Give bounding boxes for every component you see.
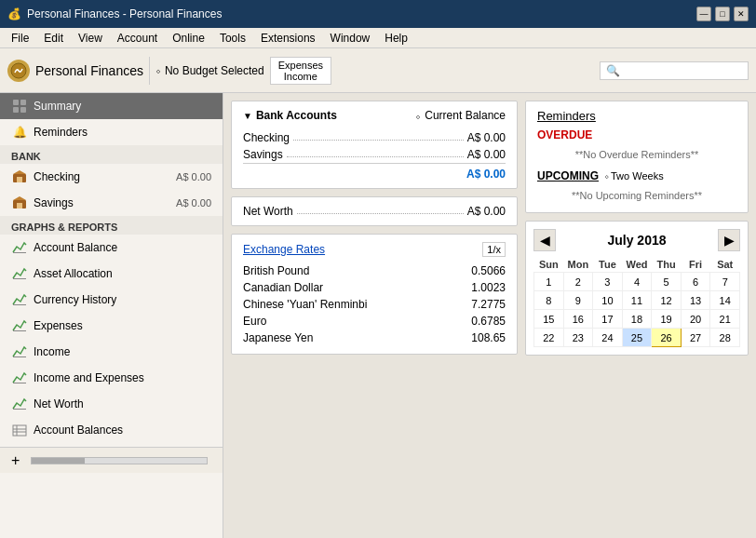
sidebar-item-account-balance[interactable]: Account Balance	[0, 235, 223, 261]
menu-online[interactable]: Online	[165, 30, 212, 47]
cal-day-4[interactable]: 4	[622, 273, 652, 291]
cal-day-9[interactable]: 9	[563, 291, 593, 310]
menu-view[interactable]: View	[71, 30, 110, 47]
app-logo	[7, 60, 30, 82]
cal-day-22[interactable]: 22	[534, 329, 564, 347]
cal-day-13[interactable]: 13	[681, 291, 710, 310]
left-column: ▼ Bank Accounts ⬦ Current Balance Checki…	[231, 101, 518, 531]
cal-day-19[interactable]: 19	[652, 310, 682, 329]
toolbar-divider	[149, 57, 150, 85]
cal-day-15[interactable]: 15	[534, 310, 564, 329]
sidebar-item-account-balances[interactable]: Account Balances	[0, 417, 223, 443]
japanese-yen-label: Japanese Yen	[243, 331, 313, 344]
account-balances-label: Account Balances	[34, 424, 211, 437]
cal-day-2[interactable]: 2	[563, 273, 593, 291]
british-pound-value: 0.5066	[471, 264, 506, 277]
chinese-yuan-value: 7.2775	[471, 298, 506, 311]
account-balances-icon	[11, 422, 28, 438]
minimize-button[interactable]: —	[696, 7, 711, 21]
calendar-next-button[interactable]: ▶	[718, 229, 740, 251]
upcoming-period-label: Two Weeks	[611, 170, 664, 182]
menu-account[interactable]: Account	[110, 30, 165, 47]
cal-day-1[interactable]: 1	[534, 273, 564, 291]
bank-savings-name: Savings	[243, 148, 283, 161]
cal-day-17[interactable]: 17	[593, 310, 623, 329]
menu-tools[interactable]: Tools	[212, 30, 253, 47]
cal-day-14[interactable]: 14	[710, 291, 740, 310]
bank-checking-amount: A$ 0.00	[467, 131, 506, 144]
maximize-button[interactable]: □	[715, 7, 730, 21]
right-column: Reminders OVERDUE **No Overdue Reminders…	[525, 101, 749, 531]
cal-day-16[interactable]: 16	[563, 310, 593, 329]
bank-total-row: A$ 0.00	[243, 163, 506, 181]
cal-header-sun: Sun	[534, 257, 564, 273]
cal-day-7[interactable]: 7	[710, 273, 740, 291]
cal-day-23[interactable]: 23	[563, 329, 593, 347]
cal-day-20[interactable]: 20	[681, 310, 710, 329]
current-balance-header: ⬦ Current Balance	[415, 109, 506, 122]
cal-day-21[interactable]: 21	[710, 310, 740, 329]
cal-day-26[interactable]: 26	[652, 329, 682, 347]
cal-week-2: 8 9 10 11 12 13 14	[534, 291, 740, 310]
net-worth-row: Net Worth A$ 0.00	[243, 205, 506, 218]
menu-extensions[interactable]: Extensions	[253, 30, 323, 47]
expenses-income-widget[interactable]: Expenses Income	[270, 57, 331, 85]
upcoming-label[interactable]: UPCOMING	[537, 169, 599, 182]
menu-window[interactable]: Window	[323, 30, 378, 47]
exchange-header: Exchange Rates 1/x	[243, 242, 506, 257]
cal-day-3[interactable]: 3	[593, 273, 623, 291]
sidebar-item-reminders[interactable]: 🔔 Reminders	[0, 119, 223, 145]
cal-day-8[interactable]: 8	[534, 291, 564, 310]
menu-file[interactable]: File	[4, 30, 36, 47]
sidebar-item-checking[interactable]: Checking A$ 0.00	[0, 164, 223, 190]
sidebar-item-asset-allocation[interactable]: Asset Allocation	[0, 261, 223, 287]
sidebar-item-summary[interactable]: Summary	[0, 93, 223, 119]
checking-value: A$ 0.00	[176, 171, 211, 182]
cal-day-24[interactable]: 24	[593, 329, 623, 347]
app-name: Personal Finances	[35, 63, 143, 78]
app-icon: 💰	[7, 7, 21, 20]
close-button[interactable]: ✕	[734, 7, 749, 21]
cal-day-6[interactable]: 6	[681, 273, 710, 291]
cal-day-27[interactable]: 27	[681, 329, 710, 347]
budget-label: No Budget Selected	[165, 64, 264, 77]
cal-day-28[interactable]: 28	[710, 329, 740, 347]
sidebar-item-savings[interactable]: Savings A$ 0.00	[0, 190, 223, 216]
upcoming-row: UPCOMING ⬦ Two Weeks	[537, 169, 736, 182]
cal-day-18[interactable]: 18	[622, 310, 652, 329]
cal-header-sat: Sat	[710, 257, 740, 273]
search-input[interactable]	[624, 64, 745, 77]
window-controls: — □ ✕	[696, 7, 749, 21]
svg-rect-11	[13, 252, 26, 253]
cal-day-25[interactable]: 25	[622, 329, 652, 347]
account-balance-graph-icon	[11, 239, 28, 256]
toolbar-left: Personal Finances ⬦ No Budget Selected E…	[7, 57, 592, 85]
budget-selector[interactable]: ⬦ No Budget Selected	[155, 64, 264, 77]
sidebar-item-expenses[interactable]: Expenses	[0, 313, 223, 339]
cal-day-11[interactable]: 11	[622, 291, 652, 310]
cal-day-10[interactable]: 10	[593, 291, 623, 310]
menu-help[interactable]: Help	[377, 30, 415, 47]
cal-day-12[interactable]: 12	[652, 291, 682, 310]
exchange-rates-card: Exchange Rates 1/x British Pound 0.5066 …	[231, 234, 518, 355]
sidebar-item-currency-history[interactable]: Currency History	[0, 287, 223, 313]
search-box[interactable]: 🔍	[600, 61, 749, 80]
exchange-rates-title[interactable]: Exchange Rates	[243, 243, 325, 256]
exchange-mode[interactable]: 1/x	[482, 242, 506, 257]
sidebar-item-income-expenses[interactable]: Income and Expenses	[0, 365, 223, 391]
sidebar-item-income[interactable]: Income	[0, 339, 223, 365]
bank-accounts-card: ▼ Bank Accounts ⬦ Current Balance Checki…	[231, 101, 518, 189]
budget-arrow-icon: ⬦	[155, 65, 161, 75]
summary-icon	[11, 98, 28, 114]
svg-rect-10	[17, 203, 22, 208]
sidebar-scrollbar[interactable]	[31, 457, 208, 464]
cal-day-5[interactable]: 5	[652, 273, 682, 291]
calendar-prev-button[interactable]: ◀	[533, 229, 556, 251]
menu-edit[interactable]: Edit	[36, 30, 71, 47]
net-worth-value: A$ 0.00	[467, 205, 506, 218]
japanese-yen-value: 108.65	[471, 331, 506, 344]
sidebar-add-button[interactable]: +	[7, 452, 23, 469]
chinese-yuan-label: Chinese 'Yuan' Renminbi	[243, 298, 367, 311]
sidebar-item-net-worth[interactable]: Net Worth	[0, 391, 223, 417]
svg-rect-18	[13, 425, 26, 436]
